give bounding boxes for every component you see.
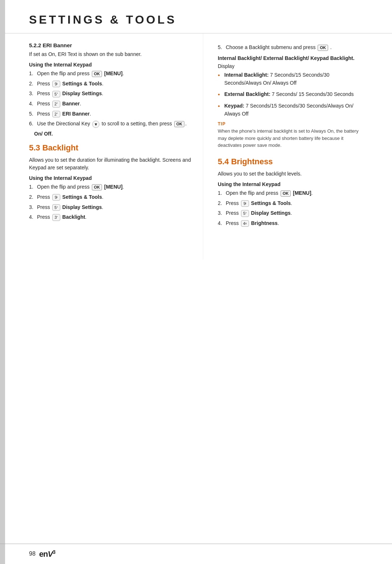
section-53-steps: 1. Open the flip and press OK [MENU]. 2.… (29, 183, 192, 221)
right-step5: 5. Choose a Backlight submenu and press … (218, 44, 363, 51)
tip-box: TIP When the phone's internal backlight … (218, 121, 363, 149)
list-item: 5. Press 2° ERI Banner. (29, 110, 192, 118)
backlight-submenu-title: Internal Backlight/ External Backlight/ … (218, 55, 363, 61)
directional-key-icon: ▼ (92, 121, 99, 128)
ok-button-2-icon: OK (174, 121, 185, 127)
key-9-icon: 9i (52, 81, 60, 87)
backlight-bullet-list: Internal Backlight: 7 Seconds/15 Seconds… (218, 71, 363, 118)
section-522-subsection: Using the Internal Keypad (29, 62, 192, 68)
section-54-title: 5.4 Brightness (218, 157, 363, 166)
section-54: 5.4 Brightness Allows you to set the bac… (218, 157, 363, 227)
left-column: 5.2.2 ERI Banner If set as On, ERI Text … (29, 33, 203, 259)
list-item: 4. Press 4s Brightness. (218, 219, 363, 227)
list-item: 3. Press 5* Display Settings. (218, 209, 363, 217)
key-9c-icon: 9i (241, 200, 249, 207)
list-item: 1. Open the flip and press OK [MENU]. (29, 183, 192, 191)
list-item: External Backlight: 7 Seconds/ 15 Second… (218, 90, 363, 98)
list-item: 2. Press 9i Settings & Tools. (29, 193, 192, 201)
list-item: 1. Open the flip and press OK [MENU]. (29, 70, 192, 78)
tip-label: TIP (218, 121, 363, 126)
list-item: 3. Press 5* Display Settings. (29, 90, 192, 98)
section-54-body: Allows you to set the backlight levels. (218, 170, 363, 178)
section-53-body: Allows you to set the duration for illum… (29, 156, 192, 172)
page: SETTINGS & TOOLS 5.2.2 ERI Banner If set… (0, 0, 392, 564)
right-column: 5. Choose a Backlight submenu and press … (203, 33, 377, 259)
key-5c-icon: 5* (241, 210, 249, 217)
page-header: SETTINGS & TOOLS (0, 0, 392, 33)
section-54-steps: 1. Open the flip and press OK [MENU]. 2.… (218, 189, 363, 227)
key-5b-icon: 5* (52, 204, 60, 211)
on-off-label: On/ Off. (29, 131, 192, 137)
section-522-title: 5.2.2 ERI Banner (29, 42, 192, 48)
page-number: 98 (29, 551, 36, 557)
page-title: SETTINGS & TOOLS (29, 13, 177, 26)
key-5-icon: 5* (52, 91, 60, 97)
list-item: 4. Press 2° Banner. (29, 100, 192, 108)
key-3-icon: 3″ (52, 214, 60, 221)
section-53: 5.3 Backlight Allows you to set the dura… (29, 143, 192, 221)
ok-button-icon: OK (92, 71, 102, 77)
ok-button-5-icon: OK (281, 190, 291, 197)
main-content: 5.2.2 ERI Banner If set as On, ERI Text … (0, 33, 392, 259)
list-item: Keypad: 7 Seconds/15 Seconds/30 Seconds/… (218, 102, 363, 118)
list-item: 1. Open the flip and press OK [MENU]. (218, 189, 363, 197)
footer-logo: enV3 (39, 549, 55, 559)
list-item: Internal Backlight: 7 Seconds/15 Seconds… (218, 71, 363, 87)
step5-item: 5. Choose a Backlight submenu and press … (218, 44, 363, 51)
list-item: 2. Press 9i Settings & Tools. (29, 80, 192, 88)
tip-text: When the phone's internal backlight is s… (218, 128, 363, 149)
key-2-icon: 2° (52, 101, 60, 107)
ok-button-4-icon: OK (318, 45, 328, 51)
page-footer: 98 enV3 (0, 544, 392, 564)
key-4-icon: 4s (241, 220, 249, 227)
left-accent-bar (0, 0, 5, 564)
list-item: 3. Press 5* Display Settings. (29, 204, 192, 212)
list-item: 4. Press 3″ Backlight. (29, 213, 192, 221)
section-522-body: If set as On, ERI Text is shown on the s… (29, 51, 192, 58)
section-53-title: 5.3 Backlight (29, 143, 192, 153)
list-item: 6. Use the Directional Key ▼ to scroll t… (29, 120, 192, 128)
section-54-subsection: Using the Internal Keypad (218, 181, 363, 187)
list-item: 2. Press 9i Settings & Tools. (218, 200, 363, 208)
display-label: Display (218, 63, 363, 69)
key-2b-icon: 2° (52, 111, 60, 117)
key-9b-icon: 9i (52, 194, 60, 201)
section-522: 5.2.2 ERI Banner If set as On, ERI Text … (29, 42, 192, 137)
ok-button-3-icon: OK (92, 184, 102, 190)
section-53-subsection: Using the Internal Keypad (29, 175, 192, 181)
section-522-steps: 1. Open the flip and press OK [MENU]. 2.… (29, 70, 192, 128)
